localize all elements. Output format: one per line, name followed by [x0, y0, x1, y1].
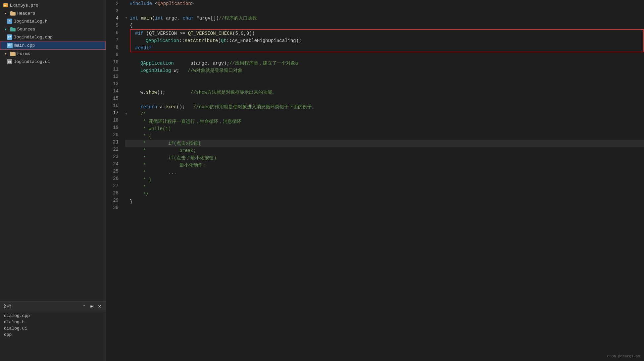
line-num-9: 9: [109, 51, 119, 58]
line-num-20: 20: [109, 131, 119, 138]
line-num-21: 21: [109, 138, 119, 146]
panel-split-btn[interactable]: ⊞: [88, 303, 95, 310]
logindialog-cpp-icon: c+: [7, 34, 13, 40]
sidebar-tree[interactable]: Qt ExamSys.pro ▾ Headers h logindialog.h: [0, 0, 106, 301]
panel-up-btn[interactable]: ⌃: [80, 303, 87, 310]
h-file-icon: h: [7, 18, 13, 24]
code-line-7: QApplication::setAttribute(Qt::AA_Enable…: [130, 37, 643, 44]
code-line-19: * while(1): [125, 125, 644, 132]
code-line-17: ▾ /*: [125, 111, 644, 118]
logindialog-cpp-label: logindialog.cpp: [14, 35, 53, 40]
code-line-8: #endif: [130, 44, 643, 52]
line-num-30: 30: [109, 204, 119, 211]
code-line-6: #if (QT_VERSION >= QT_VERSION_CHECK(5,9,…: [130, 30, 643, 37]
line-num-16: 16: [109, 102, 119, 109]
logindialog-ui-label: logindialog.ui: [14, 59, 50, 64]
code-line-15: [125, 96, 644, 103]
code-line-30: [125, 205, 644, 213]
headers-folder-icon: [10, 10, 16, 16]
line-num-27: 27: [109, 182, 119, 189]
code-line-24: * 最小化动作；: [125, 162, 644, 169]
code-line-9: [125, 52, 644, 60]
sidebar-item-logindialog-cpp[interactable]: c+ logindialog.cpp: [0, 33, 106, 41]
line-num-12: 12: [109, 73, 119, 80]
bottom-panel: 文档 ⌃ ⊞ ✕ dialog.cpp dialog.h dialog.ui c…: [0, 301, 106, 361]
headers-label: Headers: [17, 11, 35, 16]
sidebar-item-logindialog-h[interactable]: h logindialog.h: [0, 17, 106, 25]
line-num-5: 5: [109, 22, 119, 29]
line-num-8: 8: [109, 44, 119, 51]
line-num-2: 2: [109, 0, 119, 7]
bottom-panel-controls: ⌃ ⊞ ✕: [80, 303, 103, 310]
code-line-14: w.show(); //show方法就是对象框显示出来的功能。: [125, 89, 644, 96]
line-num-29: 29: [109, 197, 119, 204]
sources-label: Sources: [17, 27, 35, 32]
main-cpp-icon: c+: [7, 42, 13, 48]
red-box-region: #if (QT_VERSION >= QT_VERSION_CHECK(5,9,…: [130, 29, 644, 52]
forms-folder-icon: [10, 51, 16, 57]
main-container: Qt ExamSys.pro ▾ Headers h logindialog.h: [0, 0, 644, 361]
pro-icon: Qt: [3, 2, 9, 8]
code-content: 2 3 4 5 6 7 8 9 10 11 12 13 14 15 16 17 …: [106, 0, 644, 361]
code-line-27: *: [125, 183, 644, 191]
examsys-label: ExamSys.pro: [10, 3, 38, 8]
panel-close-btn[interactable]: ✕: [96, 303, 103, 310]
bottom-list-item-2[interactable]: dialog.ui: [0, 325, 106, 332]
code-line-20: * {: [125, 132, 644, 140]
sidebar-item-logindialog-ui[interactable]: ui logindialog.ui: [0, 58, 106, 66]
line-num-23: 23: [109, 153, 119, 160]
code-line-21: * if(点击x按钮): [125, 140, 644, 147]
code-line-13: [125, 81, 644, 89]
code-line-23: * if(点击了最小化按钮): [125, 154, 644, 162]
line-num-28: 28: [109, 189, 119, 197]
sidebar: Qt ExamSys.pro ▾ Headers h logindialog.h: [0, 0, 106, 361]
code-line-5: {: [125, 22, 644, 29]
main-cpp-label: main.cpp: [14, 43, 35, 48]
code-line-2: #include <QApplication>: [125, 0, 644, 7]
code-line-3: [125, 7, 644, 15]
logindialog-h-label: logindialog.h: [14, 19, 47, 24]
line-num-11: 11: [109, 66, 119, 73]
code-line-18: * 死循环让程序一直运行，生命循环，消息循环: [125, 118, 644, 125]
code-line-16: return a.exec(); //exec的作用就是使对象进入消息循环类似于…: [125, 103, 644, 111]
line-num-18: 18: [109, 117, 119, 124]
line-num-14: 14: [109, 87, 119, 95]
line-num-17: 17: [109, 109, 119, 117]
sidebar-item-headers[interactable]: ▾ Headers: [0, 9, 106, 17]
sidebar-item-examsys[interactable]: Qt ExamSys.pro: [0, 1, 106, 9]
line-num-15: 15: [109, 95, 119, 102]
sources-expand-icon: ▾: [3, 26, 9, 32]
sidebar-item-forms[interactable]: ▾ Forms: [0, 50, 106, 58]
code-line-4: ▾ int main(int argc, char *argv[])//程序的入…: [125, 15, 644, 22]
code-line-25: * ...: [125, 169, 644, 176]
line-num-10: 10: [109, 58, 119, 66]
line-num-13: 13: [109, 80, 119, 87]
code-line-29: }: [125, 198, 644, 205]
text-cursor: [201, 141, 201, 146]
bottom-list-item-1[interactable]: dialog.h: [0, 319, 106, 325]
line-num-19: 19: [109, 124, 119, 131]
bottom-list: dialog.cpp dialog.h dialog.ui cpp: [0, 311, 106, 339]
line-num-25: 25: [109, 168, 119, 175]
line-numbers: 2 3 4 5 6 7 8 9 10 11 12 13 14 15 16 17 …: [106, 0, 123, 361]
bottom-panel-title: 文档: [3, 303, 11, 309]
line-num-26: 26: [109, 175, 119, 182]
code-line-12: [125, 74, 644, 81]
line-num-4: 4: [109, 15, 119, 22]
code-line-26: * }: [125, 176, 644, 183]
line-num-24: 24: [109, 160, 119, 168]
code-line-28: */: [125, 191, 644, 198]
code-line-11: LoginDialog w; //w对象就是登录窗口对象: [125, 67, 644, 74]
line-num-6: 6: [109, 29, 119, 36]
sidebar-item-sources[interactable]: ▾ Sources: [0, 25, 106, 33]
code-editor[interactable]: 2 3 4 5 6 7 8 9 10 11 12 13 14 15 16 17 …: [106, 0, 644, 361]
bottom-list-item-0[interactable]: dialog.cpp: [0, 313, 106, 319]
forms-expand-icon: ▾: [3, 51, 9, 57]
svg-text:Qt: Qt: [4, 4, 7, 7]
line-num-22: 22: [109, 146, 119, 153]
sidebar-item-main-cpp[interactable]: c+ main.cpp: [0, 41, 106, 50]
ui-file-icon: ui: [7, 59, 13, 65]
code-line-22: * break;: [125, 147, 644, 154]
bottom-list-item-3[interactable]: cpp: [0, 332, 106, 338]
code-line-10: QApplication a(argc, argv);//应用程序类，建立了一个…: [125, 60, 644, 67]
